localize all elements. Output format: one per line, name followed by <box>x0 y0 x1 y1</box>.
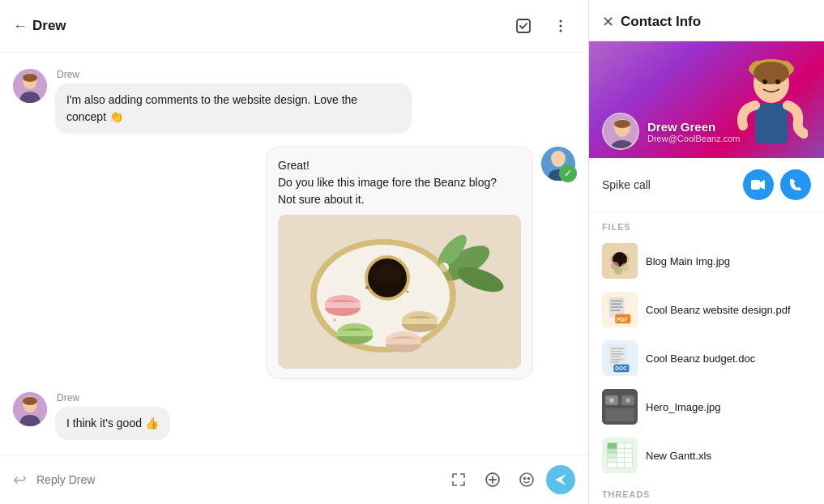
bubble-container: Drew I'm also adding comments to the web… <box>55 69 412 134</box>
more-button[interactable] <box>546 11 575 41</box>
svg-rect-80 <box>611 351 622 352</box>
spike-call-label: Spike call <box>602 178 651 191</box>
back-button[interactable]: ← Drew <box>13 18 66 35</box>
svg-rect-79 <box>611 348 625 349</box>
svg-point-10 <box>551 151 566 165</box>
contact-mini-avatar <box>602 113 639 150</box>
contact-avatar-img <box>604 114 639 150</box>
emoji-button[interactable] <box>512 465 541 494</box>
contact-info-overlay: Drew Green Drew@CoolBeanz.com <box>602 113 741 150</box>
contact-info-title: Contact Info <box>621 14 701 30</box>
file-item-hero[interactable]: Hero_Image.jpg <box>589 382 824 431</box>
xls-thumb <box>603 438 637 473</box>
file-name-hero: Hero_Image.jpg <box>646 401 721 413</box>
contact-name-email: Drew Green Drew@CoolBeanz.com <box>647 120 741 143</box>
back-icon: ← <box>13 18 28 35</box>
reply-input[interactable] <box>36 473 434 486</box>
chat-title: Drew <box>32 18 66 34</box>
file-thumb-doc: DOC <box>602 340 638 376</box>
svg-rect-101 <box>608 443 617 449</box>
svg-point-22 <box>373 264 402 284</box>
svg-point-41 <box>334 319 336 322</box>
svg-point-48 <box>524 478 526 480</box>
outgoing-message-row: ✓ Great!Do you like this image fore the … <box>13 147 575 379</box>
close-button[interactable]: ✕ <box>602 13 614 31</box>
avatar-2 <box>13 392 47 426</box>
image-preview[interactable] <box>278 215 521 369</box>
contact-panel: ✕ Contact Info <box>589 0 824 504</box>
file-item-blog[interactable]: Blog Main Img.jpg <box>589 237 824 285</box>
more-icon <box>553 18 569 34</box>
svg-point-45 <box>23 397 37 405</box>
svg-rect-26 <box>325 302 361 308</box>
svg-point-54 <box>762 79 767 84</box>
file-item-pdf[interactable]: PDF Cool Beanz website design.pdf <box>589 285 824 334</box>
file-thumb-pdf: PDF <box>602 292 638 327</box>
file-name-xls: New Gantt.xls <box>646 450 711 462</box>
svg-rect-78 <box>609 344 626 368</box>
drew-avatar-img <box>13 69 47 103</box>
svg-point-49 <box>528 478 530 480</box>
file-thumb-xls <box>602 438 638 473</box>
macarons-svg <box>278 215 521 369</box>
message-bubble-2: I think it's good 👍 <box>55 407 170 440</box>
macarons-image <box>278 215 521 369</box>
blog-img-thumb <box>602 243 638 279</box>
send-button[interactable] <box>546 465 575 494</box>
reply-arrow-icon: ↩ <box>13 470 27 489</box>
messages-area: Drew I'm also adding comments to the web… <box>0 53 588 455</box>
svg-rect-72 <box>611 303 621 305</box>
svg-point-1 <box>560 20 562 23</box>
online-indicator: ✓ <box>559 164 577 182</box>
svg-rect-30 <box>402 318 438 324</box>
file-item-doc[interactable]: DOC Cool Beanz budget.doc <box>589 334 824 382</box>
svg-rect-103 <box>608 453 617 458</box>
image-message-bubble: Great!Do you like this image fore the Be… <box>266 147 533 379</box>
image-bubble-text: Great!Do you like this image fore the Be… <box>278 157 521 208</box>
svg-rect-34 <box>337 331 373 336</box>
reply-actions <box>444 465 575 494</box>
expand-icon <box>450 472 467 488</box>
phone-icon <box>788 177 803 192</box>
svg-point-7 <box>23 74 37 82</box>
contact-header-bar: ✕ Contact Info <box>589 0 824 41</box>
svg-rect-71 <box>611 301 623 302</box>
svg-point-68 <box>614 267 622 275</box>
svg-rect-38 <box>386 339 421 344</box>
threads-section-label: THREADS <box>589 480 824 504</box>
bubble-container-2: Drew I think it's good 👍 <box>55 392 170 440</box>
svg-text:PDF: PDF <box>617 317 627 322</box>
svg-rect-83 <box>611 359 623 360</box>
file-name-pdf: Cool Beanz website design.pdf <box>646 304 791 316</box>
phone-call-button[interactable] <box>780 169 811 200</box>
file-item-xls[interactable]: New Gantt.xls <box>589 431 824 480</box>
contact-hero: Drew Green Drew@CoolBeanz.com <box>589 41 824 158</box>
message-row-2: Drew I think it's good 👍 <box>13 392 575 440</box>
chat-panel: ← Drew <box>0 0 589 504</box>
svg-point-40 <box>407 291 409 293</box>
send-icon <box>553 472 568 487</box>
message-row: Drew I'm also adding comments to the web… <box>13 69 575 134</box>
doc-thumb: DOC <box>603 340 637 376</box>
svg-rect-56 <box>755 103 788 143</box>
svg-point-55 <box>775 79 780 84</box>
svg-rect-73 <box>611 306 623 308</box>
drew-avatar-img-2 <box>13 392 47 426</box>
svg-rect-102 <box>608 448 617 453</box>
pdf-thumb: PDF <box>602 293 638 327</box>
file-thumb-blog <box>602 243 638 279</box>
svg-rect-74 <box>611 310 620 311</box>
check-button[interactable] <box>509 11 538 41</box>
video-call-button[interactable] <box>743 169 774 200</box>
svg-point-61 <box>614 120 630 128</box>
check-square-icon <box>514 17 532 35</box>
file-name-doc: Cool Beanz budget.doc <box>646 352 755 365</box>
svg-point-39 <box>365 286 369 289</box>
contact-email: Drew@CoolBeanz.com <box>647 134 741 143</box>
expand-button[interactable] <box>444 465 473 494</box>
add-button[interactable] <box>478 465 507 494</box>
spike-call-row: Spike call <box>589 158 824 212</box>
svg-point-57 <box>800 128 808 136</box>
svg-rect-0 <box>517 19 530 32</box>
svg-point-91 <box>609 398 614 403</box>
